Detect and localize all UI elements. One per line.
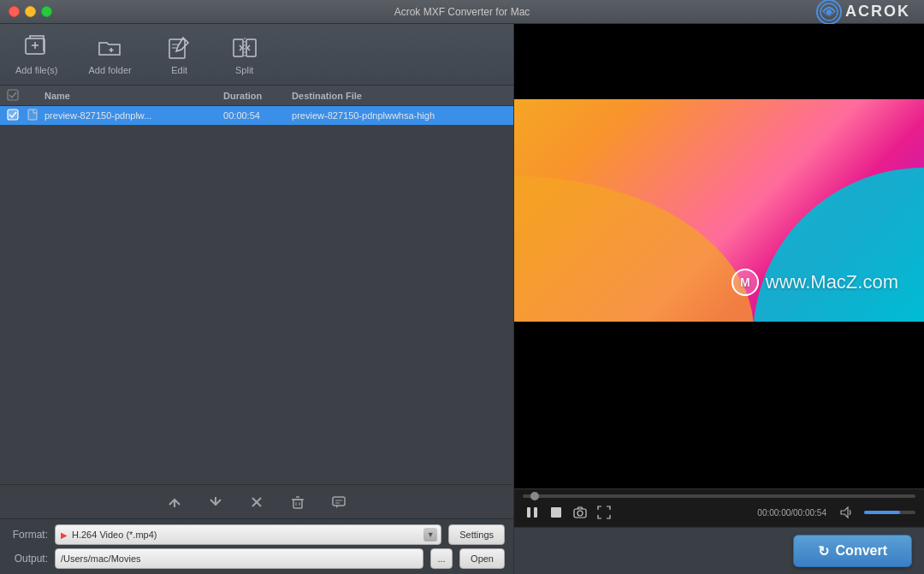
video-frame: M www.MacZ.com (514, 99, 924, 322)
format-select[interactable]: ▶ H.264 Video (*.mp4) ▼ (55, 524, 441, 545)
svg-rect-31 (551, 507, 561, 518)
right-panel: M www.MacZ.com (513, 24, 924, 574)
output-label: Output: (9, 553, 48, 565)
header-destination: Destination File (292, 91, 506, 101)
acrok-logo-icon (816, 0, 842, 25)
split-button[interactable]: Split (221, 29, 269, 80)
svg-rect-29 (527, 507, 530, 518)
split-icon (231, 34, 258, 62)
main-layout: Add file(s) Add folder (0, 24, 924, 574)
snapshot-button[interactable] (571, 503, 589, 522)
header-duration: Duration (223, 91, 292, 101)
action-bar (0, 484, 513, 518)
convert-area: ↻ Convert (514, 527, 924, 574)
settings-button[interactable]: Settings (448, 524, 505, 545)
svg-rect-14 (8, 90, 18, 100)
maximize-button[interactable] (41, 6, 52, 17)
add-files-icon (23, 34, 50, 62)
traffic-lights (9, 6, 52, 17)
delete-button[interactable] (286, 490, 310, 514)
video-top-black (514, 24, 924, 99)
move-down-button[interactable] (204, 490, 228, 514)
fullscreen-button[interactable] (595, 503, 613, 522)
close-button[interactable] (9, 6, 20, 17)
convert-label: Convert (836, 543, 887, 559)
add-folder-icon (97, 34, 124, 62)
volume-slider[interactable] (864, 511, 915, 514)
row-destination: preview-827150-pdnplwwhsa-high (292, 110, 506, 121)
format-icon: ▶ (61, 530, 68, 540)
output-row: Output: /Users/mac/Movies ... Open (9, 548, 505, 569)
row-file-icon (27, 109, 44, 122)
add-folder-button[interactable]: Add folder (82, 29, 139, 80)
add-files-label: Add file(s) (15, 65, 58, 75)
time-total: 00:00:54 (793, 508, 826, 518)
svg-rect-26 (333, 497, 345, 506)
format-row: Format: ▶ H.264 Video (*.mp4) ▼ Settings (9, 524, 505, 545)
svg-rect-21 (293, 500, 302, 508)
time-display: 00:00:00/00:00:54 (757, 508, 826, 518)
header-check (7, 89, 27, 103)
browse-output-button[interactable]: ... (430, 548, 453, 569)
progress-track[interactable] (523, 494, 915, 498)
acrok-logo: ACROK (816, 0, 910, 25)
format-label: Format: (9, 529, 48, 541)
format-select-wrapper: ▶ H.264 Video (*.mp4) ▼ (55, 524, 441, 545)
progress-bar-area[interactable] (514, 489, 924, 500)
app-title: Acrok MXF Converter for Mac (394, 6, 530, 18)
table-header: Name Duration Destination File (0, 86, 513, 106)
video-preview: M www.MacZ.com (514, 24, 924, 488)
svg-rect-30 (534, 507, 537, 518)
comment-button[interactable] (327, 490, 351, 514)
video-watermark: M www.MacZ.com (732, 269, 898, 296)
svg-point-33 (578, 511, 583, 516)
format-output-bar: Format: ▶ H.264 Video (*.mp4) ▼ Settings… (0, 518, 513, 574)
row-checkbox[interactable] (7, 109, 27, 123)
split-label: Split (235, 65, 253, 75)
time-current: 00:00:00 (757, 508, 791, 518)
edit-icon (166, 34, 193, 62)
stop-button[interactable] (547, 503, 566, 522)
left-panel: Add file(s) Add folder (0, 24, 513, 574)
file-list-area: Name Duration Destination File (0, 86, 513, 484)
svg-point-2 (826, 9, 832, 15)
watermark-text: www.MacZ.com (766, 271, 898, 293)
convert-icon: ↻ (818, 543, 829, 559)
watermark-symbol: M (740, 275, 750, 289)
file-table-body: preview-827150-pdnplw... 00:00:54 previe… (0, 106, 513, 484)
svg-rect-15 (8, 109, 18, 120)
row-filename: preview-827150-pdnplw... (44, 110, 223, 121)
row-duration: 00:00:54 (223, 110, 292, 121)
header-name: Name (44, 91, 223, 101)
table-row[interactable]: preview-827150-pdnplw... 00:00:54 previe… (0, 106, 513, 125)
toolbar: Add file(s) Add folder (0, 24, 513, 86)
output-path-display: /Users/mac/Movies (55, 548, 424, 569)
open-output-button[interactable]: Open (459, 548, 505, 569)
volume-button[interactable] (837, 503, 856, 522)
watermark-circle: M (732, 269, 759, 296)
playback-bar: 00:00:00/00:00:54 (514, 488, 924, 527)
controls-row: 00:00:00/00:00:54 (514, 500, 924, 527)
edit-button[interactable]: Edit (156, 29, 204, 80)
pause-button[interactable] (523, 503, 542, 522)
convert-button[interactable]: ↻ Convert (793, 535, 912, 567)
volume-fill (864, 511, 900, 514)
edit-label: Edit (171, 65, 187, 75)
add-folder-label: Add folder (89, 65, 132, 75)
format-value: H.264 Video (*.mp4) (72, 530, 157, 540)
move-up-button[interactable] (163, 490, 187, 514)
minimize-button[interactable] (25, 6, 36, 17)
title-bar: Acrok MXF Converter for Mac ACROK (0, 0, 924, 24)
cancel-task-button[interactable] (245, 490, 269, 514)
add-files-button[interactable]: Add file(s) (9, 29, 65, 80)
acrok-logo-text: ACROK (845, 3, 910, 21)
format-dropdown-arrow: ▼ (424, 528, 437, 541)
